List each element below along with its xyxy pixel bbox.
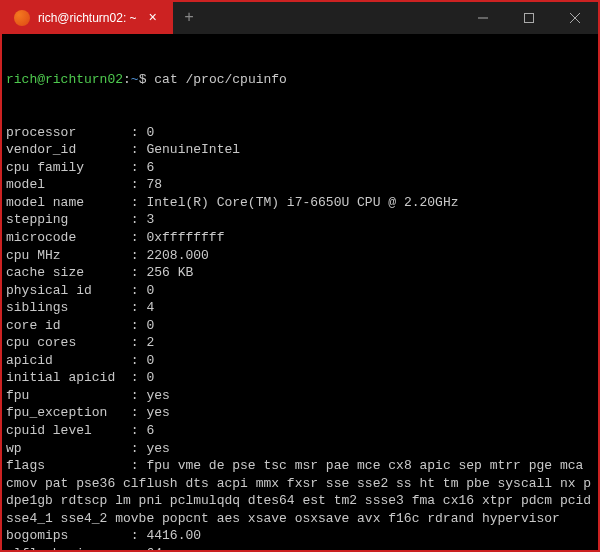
- cpuinfo-key: fpu_exception: [6, 405, 131, 420]
- cpuinfo-row: apicid : 0: [6, 352, 594, 370]
- colon: :: [131, 160, 147, 175]
- colon: :: [131, 142, 147, 157]
- colon: :: [131, 546, 147, 550]
- cpuinfo-value: 0: [146, 318, 154, 333]
- colon: :: [131, 125, 147, 140]
- cpuinfo-key: bogomips: [6, 528, 131, 543]
- colon: :: [131, 353, 147, 368]
- cpuinfo-row: model name : Intel(R) Core(TM) i7-6650U …: [6, 194, 594, 212]
- cpuinfo-value: 0xffffffff: [146, 230, 224, 245]
- cpuinfo-value: 256 KB: [146, 265, 193, 280]
- cpuinfo-key: cpu cores: [6, 335, 131, 350]
- colon: :: [131, 318, 147, 333]
- cpuinfo-row: processor : 0: [6, 124, 594, 142]
- cpuinfo-row: bogomips : 4416.00: [6, 527, 594, 545]
- tab-title: rich@richturn02: ~: [38, 11, 137, 25]
- cpuinfo-row: cpu cores : 2: [6, 334, 594, 352]
- cpuinfo-block-0: processor : 0vendor_id : GenuineIntelcpu…: [6, 124, 594, 550]
- cpuinfo-row: core id : 0: [6, 317, 594, 335]
- colon: :: [131, 195, 147, 210]
- cpuinfo-key: cache size: [6, 265, 131, 280]
- colon: :: [131, 265, 147, 280]
- colon: :: [131, 212, 147, 227]
- cpuinfo-value: 0: [146, 370, 154, 385]
- terminal-body[interactable]: rich@richturn02:~$ cat /proc/cpuinfo pro…: [2, 34, 598, 550]
- close-tab-icon[interactable]: ×: [145, 10, 161, 26]
- cpuinfo-row: flags : fpu vme de pse tsc msr pae mce c…: [6, 457, 594, 527]
- svg-rect-1: [525, 14, 534, 23]
- cpuinfo-row: wp : yes: [6, 440, 594, 458]
- cpuinfo-value: GenuineIntel: [146, 142, 240, 157]
- colon: :: [131, 177, 147, 192]
- cpuinfo-value: 0: [146, 283, 154, 298]
- cpuinfo-key: apicid: [6, 353, 131, 368]
- colon: :: [131, 370, 147, 385]
- tab-active[interactable]: rich@richturn02: ~ ×: [2, 2, 173, 34]
- cpuinfo-key: processor: [6, 125, 131, 140]
- cpuinfo-row: fpu_exception : yes: [6, 404, 594, 422]
- close-window-button[interactable]: [552, 2, 598, 34]
- cpuinfo-key: siblings: [6, 300, 131, 315]
- cpuinfo-row: siblings : 4: [6, 299, 594, 317]
- cpuinfo-value: 2208.000: [146, 248, 208, 263]
- colon: :: [131, 441, 147, 456]
- colon: :: [131, 388, 147, 403]
- colon: :: [131, 405, 147, 420]
- cpuinfo-key: wp: [6, 441, 131, 456]
- cpuinfo-value: 4: [146, 300, 154, 315]
- minimize-button[interactable]: [460, 2, 506, 34]
- cpuinfo-key: model name: [6, 195, 131, 210]
- title-bar: rich@richturn02: ~ × +: [2, 2, 598, 34]
- colon: :: [131, 248, 147, 263]
- colon: :: [131, 528, 147, 543]
- cpuinfo-value: 0: [146, 125, 154, 140]
- cpuinfo-value: 64: [146, 546, 162, 550]
- cpuinfo-row: fpu : yes: [6, 387, 594, 405]
- colon: :: [131, 283, 147, 298]
- cpuinfo-key: flags: [6, 458, 131, 473]
- colon: :: [131, 423, 147, 438]
- cpuinfo-key: core id: [6, 318, 131, 333]
- cpuinfo-key: stepping: [6, 212, 131, 227]
- cpuinfo-key: fpu: [6, 388, 131, 403]
- cpuinfo-value: yes: [146, 388, 169, 403]
- prompt-line: rich@richturn02:~$ cat /proc/cpuinfo: [6, 71, 594, 89]
- cpuinfo-key: clflush size: [6, 546, 131, 550]
- cpuinfo-row: cpu MHz : 2208.000: [6, 247, 594, 265]
- prompt-path: ~: [131, 72, 139, 87]
- cpuinfo-key: initial apicid: [6, 370, 131, 385]
- maximize-button[interactable]: [506, 2, 552, 34]
- new-tab-button[interactable]: +: [173, 2, 205, 34]
- cpuinfo-value: 3: [146, 212, 154, 227]
- cpuinfo-row: initial apicid : 0: [6, 369, 594, 387]
- cpuinfo-key: cpu family: [6, 160, 131, 175]
- cpuinfo-key: cpuid level: [6, 423, 131, 438]
- colon: :: [131, 335, 147, 350]
- cpuinfo-value: 78: [146, 177, 162, 192]
- cpuinfo-row: cpuid level : 6: [6, 422, 594, 440]
- cpuinfo-row: microcode : 0xffffffff: [6, 229, 594, 247]
- cpuinfo-row: model : 78: [6, 176, 594, 194]
- cpuinfo-key: cpu MHz: [6, 248, 131, 263]
- cpuinfo-value: yes: [146, 405, 169, 420]
- cpuinfo-row: physical id : 0: [6, 282, 594, 300]
- cpuinfo-key: model: [6, 177, 131, 192]
- cpuinfo-key: physical id: [6, 283, 131, 298]
- cpuinfo-value: 6: [146, 160, 154, 175]
- terminal-window: rich@richturn02: ~ × + rich@richturn02:~…: [2, 2, 598, 550]
- prompt-user-host: rich@richturn02: [6, 72, 123, 87]
- colon: :: [131, 458, 147, 473]
- cpuinfo-row: cpu family : 6: [6, 159, 594, 177]
- command-text: cat /proc/cpuinfo: [154, 72, 287, 87]
- cpuinfo-row: stepping : 3: [6, 211, 594, 229]
- cpuinfo-key: vendor_id: [6, 142, 131, 157]
- colon: :: [131, 230, 147, 245]
- cpuinfo-value: 2: [146, 335, 154, 350]
- cpuinfo-key: microcode: [6, 230, 131, 245]
- cpuinfo-value: 4416.00: [146, 528, 201, 543]
- colon: :: [131, 300, 147, 315]
- ubuntu-icon: [14, 10, 30, 26]
- cpuinfo-row: clflush size : 64: [6, 545, 594, 550]
- cpuinfo-row: cache size : 256 KB: [6, 264, 594, 282]
- cpuinfo-value: 0: [146, 353, 154, 368]
